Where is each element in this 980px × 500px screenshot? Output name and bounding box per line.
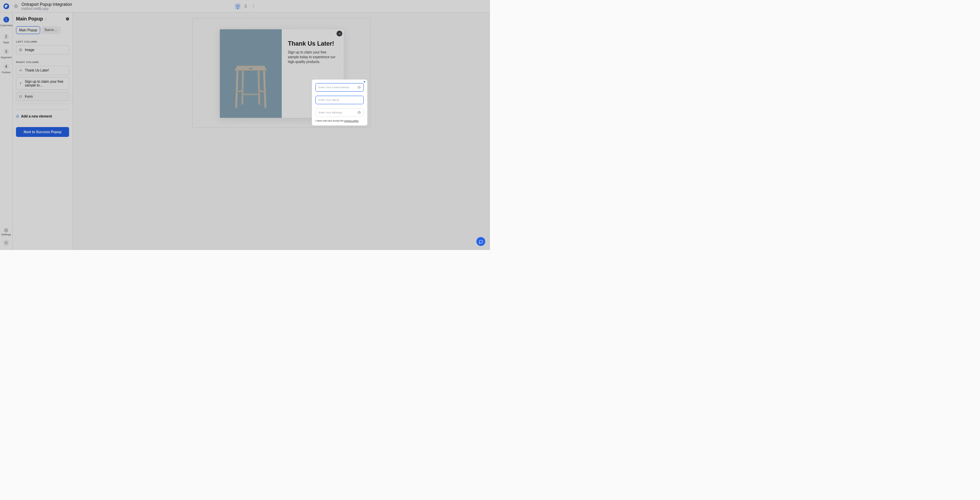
chat-fab[interactable] xyxy=(476,237,485,246)
panel-menu-icon[interactable] xyxy=(44,18,47,21)
calendar-icon xyxy=(358,111,361,114)
add-element-button[interactable]: Add a new element xyxy=(16,115,69,118)
tab-success-popup[interactable]: Success Po... xyxy=(41,26,60,34)
page-subtitle: trialfirst.netlify.app xyxy=(21,7,72,11)
element-label: Thank Us Later! xyxy=(25,69,49,72)
consent-prefix: I have read and accept the xyxy=(315,120,344,122)
popup-body-text[interactable]: Sign up to claim your free sample today … xyxy=(288,50,337,64)
element-label: Sign up to claim your free sample to... xyxy=(25,80,66,87)
popup-image-column[interactable] xyxy=(220,29,282,118)
element-form[interactable]: Form xyxy=(16,92,69,101)
element-heading[interactable]: Thank Us Later! xyxy=(16,66,69,75)
step-number: 1 xyxy=(3,17,9,22)
form-icon xyxy=(19,95,22,98)
step-style[interactable]: 2 Style xyxy=(0,34,12,44)
birthday-field[interactable]: Enter Your Birthday xyxy=(315,108,364,117)
image-icon xyxy=(19,48,22,51)
element-label: Image xyxy=(25,48,34,52)
globe-icon xyxy=(14,4,18,8)
svg-point-14 xyxy=(46,19,46,20)
close-icon xyxy=(338,32,341,35)
device-switcher xyxy=(235,3,255,9)
svg-rect-32 xyxy=(358,112,360,114)
chat-icon xyxy=(479,240,483,244)
add-popup-button[interactable] xyxy=(66,18,69,21)
device-mobile-button[interactable] xyxy=(243,3,248,9)
svg-point-7 xyxy=(253,5,254,5)
step-segment[interactable]: 3 Segment xyxy=(0,49,12,59)
svg-rect-5 xyxy=(245,5,246,8)
next-button-label: Next to Success Popup xyxy=(24,130,61,134)
step-number: 4 xyxy=(3,64,9,69)
mail-icon xyxy=(358,86,361,89)
element-label: Form xyxy=(25,95,33,98)
device-desktop-button[interactable] xyxy=(235,3,240,9)
svg-point-13 xyxy=(46,18,46,19)
element-text[interactable]: Sign up to claim your free sample to... xyxy=(16,77,69,90)
gear-icon xyxy=(4,228,8,232)
consent-text: I have read and accept the privacy polic… xyxy=(315,120,364,122)
divider xyxy=(16,109,69,110)
add-element-label: Add a new element xyxy=(21,115,52,118)
heading-icon xyxy=(19,69,22,72)
svg-rect-2 xyxy=(237,5,239,7)
popup-heading[interactable]: Thank Us Later! xyxy=(288,40,337,47)
form-preview-card: Enter Your Email Address Enter Your Name… xyxy=(312,79,368,126)
structure-panel: Main Popup Main Popup Success Po... LEFT… xyxy=(13,13,73,250)
page-title: Ontraport Popup Integration xyxy=(21,2,72,7)
device-preview: Thank Us Later! Sign up to claim your fr… xyxy=(192,18,371,128)
mobile-icon xyxy=(244,5,247,8)
svg-rect-11 xyxy=(5,242,8,244)
app-logo[interactable] xyxy=(0,0,13,13)
step-label: Customize xyxy=(0,24,13,27)
svg-point-10 xyxy=(6,230,7,231)
site-globe-button[interactable] xyxy=(13,0,19,13)
step-label: Style xyxy=(3,41,9,44)
svg-rect-24 xyxy=(19,96,22,97)
briefcase-button[interactable] xyxy=(3,240,10,246)
right-column-label: RIGHT COLUMN xyxy=(16,61,69,64)
stool-illustration xyxy=(227,50,275,111)
plus-circle-icon xyxy=(16,115,19,118)
popup-close-button[interactable] xyxy=(337,30,342,37)
briefcase-icon xyxy=(5,241,8,244)
step-rail: 1 Customize 2 Style 3 Segment 4 Publish … xyxy=(0,13,13,250)
svg-point-28 xyxy=(249,68,253,69)
canvas-area: Thank Us Later! Sign up to claim your fr… xyxy=(73,13,490,250)
email-field[interactable]: Enter Your Email Address xyxy=(315,83,364,92)
svg-point-9 xyxy=(253,7,254,8)
desktop-icon xyxy=(236,5,240,8)
panel-title: Main Popup xyxy=(16,16,43,21)
next-button[interactable]: Next to Success Popup xyxy=(16,127,69,137)
left-column-label: LEFT COLUMN xyxy=(16,40,69,43)
settings-button[interactable]: Settings xyxy=(2,228,11,236)
step-label: Segment xyxy=(1,56,11,59)
step-number: 3 xyxy=(3,49,9,54)
birthday-placeholder: Enter Your Birthday xyxy=(318,111,342,114)
email-placeholder: Enter Your Email Address xyxy=(318,86,350,89)
plus-icon xyxy=(67,18,69,20)
topbar: Ontraport Popup Integration trialfirst.n… xyxy=(0,0,490,13)
text-icon xyxy=(19,82,22,85)
step-publish[interactable]: 4 Publish xyxy=(0,64,12,74)
name-placeholder: Enter Your Name xyxy=(318,98,339,102)
more-icon[interactable] xyxy=(252,5,255,8)
svg-point-18 xyxy=(20,50,21,50)
element-image[interactable]: Image xyxy=(16,45,69,54)
form-indicator-dot xyxy=(364,81,365,82)
tab-main-popup[interactable]: Main Popup xyxy=(16,26,40,34)
name-field[interactable]: Enter Your Name xyxy=(315,96,364,104)
header-title-block: Ontraport Popup Integration trialfirst.n… xyxy=(21,2,72,11)
settings-label: Settings xyxy=(2,233,11,236)
step-number: 2 xyxy=(3,34,9,40)
step-label: Publish xyxy=(2,71,11,74)
svg-point-8 xyxy=(253,6,254,6)
step-customize[interactable]: 1 Customize xyxy=(0,14,12,29)
privacy-policy-link[interactable]: privacy policy xyxy=(344,120,359,122)
